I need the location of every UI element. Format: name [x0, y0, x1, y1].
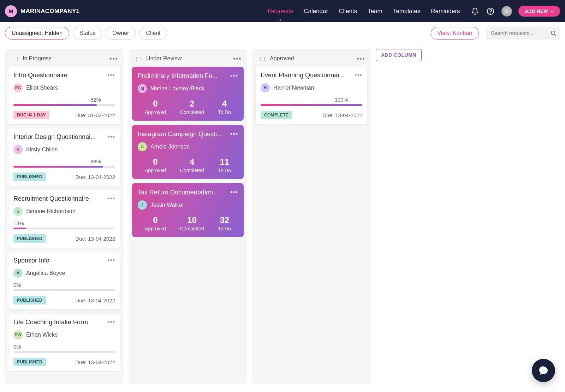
owner-avatar: A — [13, 269, 23, 278]
nav-calendar[interactable]: Calendar — [304, 8, 328, 15]
kanban-board: ⋮⋮ In Progress ••• Intro Questionnaire •… — [0, 44, 565, 389]
owner-name: Ethan Wicks — [26, 332, 58, 338]
column-menu-icon[interactable]: ••• — [357, 57, 365, 60]
review-card[interactable]: Tax Return Documentation ... ••• J Justi… — [132, 183, 244, 237]
due-date: Due: 13-04-2022 — [75, 297, 115, 303]
topbar-right: ADD NEW — [470, 6, 560, 17]
card-title: Sponsor Info — [13, 257, 49, 264]
progress-bar — [13, 166, 115, 168]
status-chip: DUE IN 1 DAY — [13, 111, 49, 119]
request-card[interactable]: Event Planning Questionnai... ••• H Harr… — [256, 67, 367, 124]
nav-team[interactable]: Team — [368, 8, 382, 15]
column-menu-icon[interactable]: ••• — [109, 57, 118, 60]
card-title: Life Coaching Intake Form — [13, 319, 88, 326]
card-menu-icon[interactable]: ••• — [230, 133, 238, 136]
nav-reminders[interactable]: Reminders — [431, 8, 460, 15]
card-menu-icon[interactable]: ••• — [230, 74, 238, 78]
filter-unassigned[interactable]: Unassigned: Hidden — [5, 27, 69, 40]
user-avatar[interactable] — [501, 6, 512, 17]
drag-handle-icon[interactable]: ⋮⋮ — [258, 56, 266, 61]
add-new-button[interactable]: ADD NEW — [518, 6, 560, 17]
owner-avatar: H — [261, 83, 270, 92]
search-icon[interactable] — [550, 30, 557, 36]
due-date: Due: 13-04-2022 — [322, 112, 362, 118]
card-title: Tax Return Documentation ... — [138, 189, 220, 196]
card-menu-icon[interactable]: ••• — [107, 135, 115, 139]
topbar: M MARINACOMPANY1 RequestsCalendarClients… — [0, 0, 565, 22]
chevron-down-icon — [550, 10, 554, 12]
card-menu-icon[interactable]: ••• — [230, 191, 238, 194]
request-card[interactable]: Recruitment Questionnaire ••• S Simone R… — [8, 190, 120, 248]
progress-bar — [13, 289, 115, 291]
stat-approved-value: 0 — [145, 99, 166, 109]
brand-avatar: M — [5, 5, 17, 17]
card-owner: J Justin Walker — [138, 200, 238, 210]
card-title: Event Planning Questionnai... — [261, 72, 344, 79]
chat-button[interactable] — [532, 359, 555, 382]
review-card[interactable]: Instagram Campaign Questi... ••• A Arnol… — [132, 125, 244, 179]
request-card[interactable]: Life Coaching Intake Form ••• EW Ethan W… — [8, 314, 120, 371]
column-menu-icon[interactable]: ••• — [233, 57, 242, 60]
card-owner: S Simone Richardson — [13, 207, 115, 216]
drag-handle-icon[interactable]: ⋮⋮ — [11, 56, 19, 61]
search-input[interactable] — [486, 26, 560, 40]
stat-todo-label: To Do — [218, 168, 231, 173]
card-menu-icon[interactable]: ••• — [107, 321, 115, 324]
bell-icon[interactable] — [470, 7, 480, 16]
status-chip: COMPLETE — [261, 111, 292, 119]
main-nav: RequestsCalendarClientsTeamTemplatesRemi… — [268, 8, 460, 15]
stat-todo-value: 32 — [218, 215, 231, 225]
add-new-label: ADD NEW — [525, 8, 548, 14]
progress-percent: 82% — [13, 97, 101, 103]
svg-point-2 — [551, 31, 555, 35]
status-chip: PUBLISHED — [13, 234, 46, 243]
filter-bar: Unassigned: Hidden StatusOwnerClient Vie… — [0, 22, 565, 44]
brand: M MARINACOMPANY1 — [5, 5, 79, 17]
stat-todo-label: To Do — [218, 109, 231, 115]
request-card[interactable]: Interior Design Questionnai... ••• K Kir… — [8, 128, 120, 186]
search-wrap — [486, 26, 560, 40]
filter-client[interactable]: Client — [139, 27, 167, 40]
filter-owner[interactable]: Owner — [106, 27, 136, 40]
card-owner: H Harriet Newman — [261, 83, 362, 92]
card-stats: 0Approved 4Completed 11To Do — [138, 157, 238, 173]
owner-name: Elliot Shears — [26, 85, 58, 91]
add-column-button[interactable]: ADD COLUMN — [376, 49, 422, 61]
owner-name: Arnold Johnson — [150, 144, 190, 150]
status-chip: PUBLISHED — [13, 296, 46, 304]
owner-name: Kirsty Childs — [26, 146, 58, 153]
stat-completed-value: 10 — [180, 215, 204, 225]
progress-bar — [13, 351, 115, 353]
drag-handle-icon[interactable]: ⋮⋮ — [134, 56, 143, 61]
stat-completed-label: Completed — [180, 226, 204, 231]
stat-todo-label: To Do — [218, 226, 231, 231]
nav-templates[interactable]: Templates — [393, 8, 420, 15]
card-title: Recruitment Questionnaire — [13, 195, 89, 203]
card-owner: A Angelica Boyce — [13, 269, 115, 278]
stat-completed-label: Completed — [180, 109, 204, 115]
card-owner: A Arnold Johnson — [138, 142, 238, 151]
help-icon[interactable] — [486, 7, 495, 16]
nav-requests[interactable]: Requests — [268, 8, 293, 15]
request-card[interactable]: Sponsor Info ••• A Angelica Boyce 0% PUB… — [8, 252, 120, 309]
progress-bar — [13, 104, 115, 106]
column-title: In Progress — [23, 55, 52, 62]
request-card[interactable]: Intro Questionnaire ••• EC Elliot Shears… — [8, 67, 120, 124]
progress-percent: 0% — [13, 344, 115, 350]
card-owner: K Kirsty Childs — [13, 145, 115, 154]
view-toggle[interactable]: View: Kanban — [431, 27, 479, 40]
stat-approved-value: 0 — [145, 157, 166, 167]
owner-avatar: A — [138, 142, 147, 151]
card-menu-icon[interactable]: ••• — [107, 74, 115, 77]
nav-clients[interactable]: Clients — [339, 8, 357, 15]
owner-name: Harriet Newman — [273, 85, 314, 91]
column-header: ⋮⋮ In Progress ••• — [8, 53, 120, 67]
card-menu-icon[interactable]: ••• — [355, 74, 362, 77]
stat-approved-value: 0 — [145, 215, 166, 225]
filter-status[interactable]: Status — [73, 27, 102, 40]
card-owner: EW Ethan Wicks — [13, 330, 115, 339]
card-menu-icon[interactable]: ••• — [107, 259, 115, 262]
card-title: Preliminary Information Fo... — [138, 72, 218, 80]
review-card[interactable]: Preliminary Information Fo... ••• M Mari… — [132, 67, 244, 121]
card-menu-icon[interactable]: ••• — [107, 197, 115, 200]
